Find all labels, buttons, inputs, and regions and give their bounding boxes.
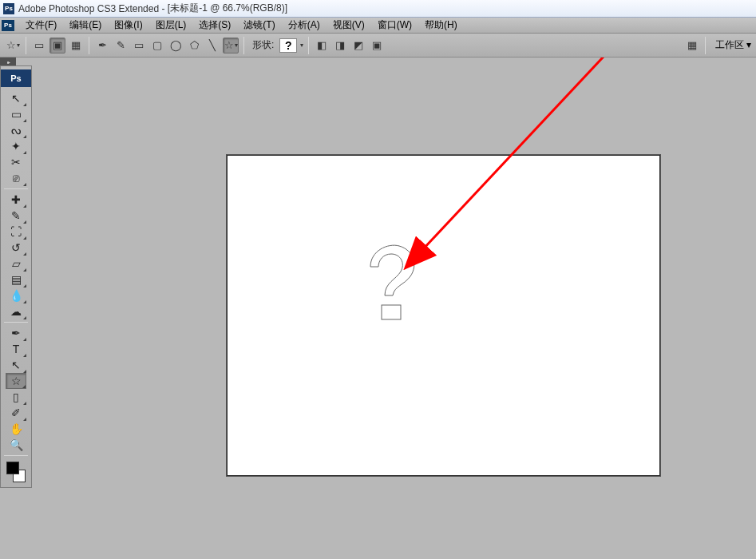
healing-tool[interactable]: ✚ [6,192,26,208]
app-icon: Ps [3,3,14,14]
polygon-shape-icon[interactable]: ⬠ [186,38,202,54]
tool-separator [4,322,28,323]
menu-view[interactable]: 视图(V) [327,18,371,32]
lasso-tool[interactable]: ᔓ [6,122,26,138]
pen-icon[interactable]: ✒ [94,38,110,54]
document-canvas[interactable] [226,154,661,477]
custom-shape-icon[interactable]: ☆▾ [223,38,239,54]
freeform-pen-icon[interactable]: ✎ [113,38,129,54]
options-bar: ☆▾ ▭ ▣ ▦ ✒ ✎ ▭ ▢ ◯ ⬠ ╲ ☆▾ 形状: ? ▾ ◧ ◨ ◩ … [0,34,756,57]
separator [89,37,89,54]
shape-tool[interactable]: ☆ [6,373,26,389]
marquee-tool[interactable]: ▭ [6,106,26,122]
menu-bar: Ps 文件(F) 编辑(E) 图像(I) 图层(L) 选择(S) 滤镜(T) 分… [0,18,756,34]
type-tool[interactable]: T [6,341,26,357]
workspace-switcher[interactable]: 工作区 ▾ [715,38,751,52]
line-shape-icon[interactable]: ╲ [204,38,220,54]
brush-tool[interactable]: ✎ [6,208,26,224]
separator [705,37,706,54]
tool-separator [4,188,28,189]
rect-shape-icon[interactable]: ▭ [131,38,147,54]
blur-tool[interactable]: 💧 [6,287,26,303]
title-doc: [未标题-1 @ 66.7%(RGB/8)] [168,2,287,15]
path-area-exclude[interactable]: ▣ [369,38,385,54]
gradient-tool[interactable]: ▤ [6,272,26,287]
hand-tool[interactable]: ✋ [6,421,26,437]
menu-image[interactable]: 图像(I) [108,18,148,32]
ps-menu-icon[interactable]: Ps [2,20,14,31]
menu-window[interactable]: 窗口(W) [371,18,418,32]
tool-panel-header: Ps [1,69,31,87]
notes-tool[interactable]: ▯ [6,389,26,405]
dodge-tool[interactable]: ☁ [6,303,26,319]
title-bar: Ps Adobe Photoshop CS3 Extended - [未标题-1… [0,0,756,18]
paths-mode[interactable]: ▣ [49,38,65,54]
path-select-tool[interactable]: ↖ [6,357,26,373]
bridge-icon[interactable]: ▦ [684,38,700,54]
crop-tool[interactable]: ✂ [6,154,26,170]
separator [26,37,26,54]
tool-panel-collapse-tab[interactable] [0,57,16,65]
path-area-intersect[interactable]: ◩ [350,38,366,54]
shape-picker-arrow[interactable]: ▾ [300,42,303,49]
menu-filter[interactable]: 滤镜(T) [237,18,281,32]
eyedropper-tool[interactable]: ✐ [6,405,26,421]
path-area-subtract[interactable]: ◨ [332,38,348,54]
zoom-tool[interactable]: 🔍 [6,437,26,453]
foreground-color-swatch[interactable] [6,462,19,474]
history-brush-tool[interactable]: ↺ [6,240,26,256]
rounded-rect-shape-icon[interactable]: ▢ [149,38,165,54]
stamp-tool[interactable]: ⛶ [6,224,26,240]
title-sep: - [159,3,168,14]
path-area-add[interactable]: ◧ [314,38,330,54]
menu-edit[interactable]: 编辑(E) [63,18,108,32]
move-tool[interactable]: ↖ [6,90,26,106]
main-area: Ps ↖ ▭ ᔓ ✦ ✂ ⎚ ✚ ✎ ⛶ ↺ ▱ ▤ 💧 ☁ ✒ T ↖ ☆ ▯… [0,57,756,559]
title-app-name: Adobe Photoshop CS3 Extended [18,3,159,14]
slice-tool[interactable]: ⎚ [6,170,26,186]
menu-help[interactable]: 帮助(H) [418,18,464,32]
fill-pixels-mode[interactable]: ▦ [68,38,84,54]
menu-layer[interactable]: 图层(L) [149,18,193,32]
shape-picker[interactable]: ? [279,38,297,53]
separator [308,37,309,54]
menu-select[interactable]: 选择(S) [192,18,237,32]
wand-tool[interactable]: ✦ [6,138,26,154]
question-mark-shape-path[interactable] [359,241,423,329]
tool-panel: Ps ↖ ▭ ᔓ ✦ ✂ ⎚ ✚ ✎ ⛶ ↺ ▱ ▤ 💧 ☁ ✒ T ↖ ☆ ▯… [0,65,32,488]
pen-tool[interactable]: ✒ [6,325,26,341]
menu-file[interactable]: 文件(F) [19,18,63,32]
menu-analysis[interactable]: 分析(A) [282,18,327,32]
ellipse-shape-icon[interactable]: ◯ [168,38,184,54]
color-swatches[interactable] [5,460,27,484]
tool-preset-picker[interactable]: ☆▾ [5,38,21,54]
tool-separator [4,455,28,456]
separator [243,37,244,54]
shape-glyph: ? [285,39,292,52]
shape-layers-mode[interactable]: ▭ [31,38,47,54]
eraser-tool[interactable]: ▱ [6,256,26,272]
shape-label: 形状: [252,38,274,52]
svg-rect-0 [382,305,401,319]
